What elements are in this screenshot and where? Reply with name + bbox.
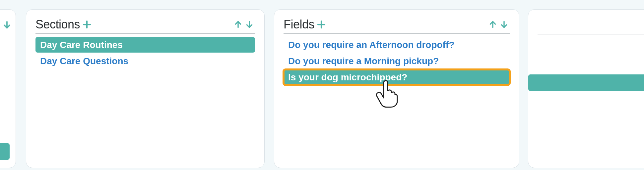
sections-title: Sections [35,18,80,31]
arrow-down-icon [500,20,508,29]
move-down-icon[interactable] [2,20,12,31]
field-item-label: Do you require a Morning pickup? [288,56,439,66]
sections-move-up-button[interactable] [232,20,244,29]
sections-move-down-button[interactable] [244,20,255,29]
sections-panel: Sections Day Care Routines Day Care Ques… [26,9,265,168]
arrow-up-icon [234,20,242,29]
sections-list: Day Care Routines Day Care Questions [35,37,255,69]
selected-item-truncated[interactable] [0,143,10,160]
fields-list: Do you require an Afternoon dropoff? Do … [284,37,510,85]
selected-item-truncated-right[interactable] [528,74,644,91]
add-field-button[interactable] [316,20,326,29]
fields-move-down-button[interactable] [498,20,510,29]
sections-header: Sections [35,18,255,34]
field-item-afternoon-dropoff[interactable]: Do you require an Afternoon dropoff? [284,37,510,53]
fields-title: Fields [284,18,314,31]
panel-truncated-left [0,9,16,168]
viewport: Sections Day Care Routines Day Care Ques… [0,0,644,170]
field-item-label: Do you require an Afternoon dropoff? [288,40,454,50]
fields-move-up-button[interactable] [487,20,498,29]
section-item-day-care-routines[interactable]: Day Care Routines [35,37,255,53]
plus-icon [316,20,326,29]
field-item-label: Is your dog microchipped? [288,72,407,82]
plus-icon [82,20,92,29]
arrow-down-icon [245,20,254,29]
section-item-label: Day Care Questions [40,56,128,66]
add-section-button[interactable] [82,20,92,29]
section-item-label: Day Care Routines [40,40,123,50]
field-item-morning-pickup[interactable]: Do you require a Morning pickup? [284,53,510,69]
section-item-day-care-questions[interactable]: Day Care Questions [35,53,255,69]
truncated-right-header [538,18,644,34]
fields-panel: Fields Do you require an Afternoon dropo… [274,9,519,168]
panel-truncated-right [528,9,644,168]
fields-header: Fields [284,18,510,34]
field-item-microchipped[interactable]: Is your dog microchipped? [284,69,510,85]
arrow-up-icon [488,20,497,29]
